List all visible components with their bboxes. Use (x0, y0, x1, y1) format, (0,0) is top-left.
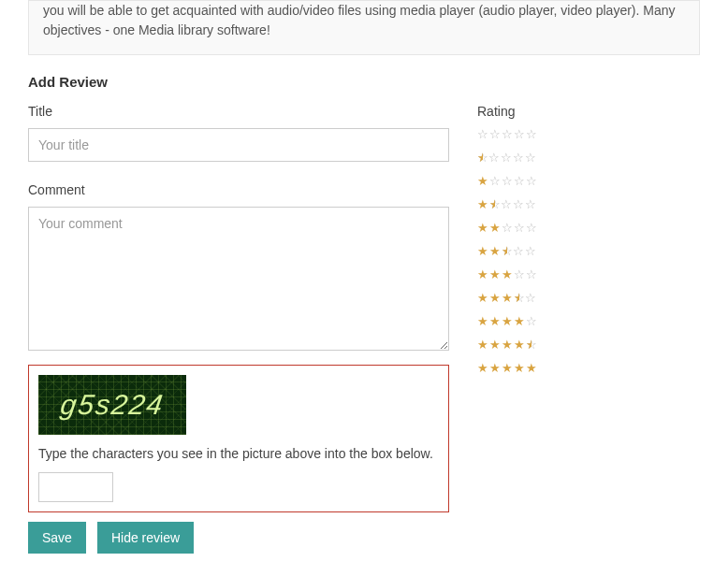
star-full-icon: ★ (489, 315, 501, 327)
rating-option-1[interactable]: ★☆☆☆☆ (477, 175, 700, 187)
star-full-icon: ★ (477, 315, 488, 327)
star-full-icon: ★ (502, 268, 513, 281)
comment-textarea[interactable] (28, 207, 449, 351)
star-empty-icon: ☆ (513, 245, 524, 257)
review-form: Title Comment g5s224 Type the characters… (28, 104, 700, 554)
save-button[interactable]: Save (28, 522, 86, 554)
star-full-icon: ★ (502, 292, 513, 304)
star-full-icon: ★ (489, 222, 501, 234)
star-empty-icon: ☆ (488, 151, 500, 164)
star-empty-icon: ☆ (502, 175, 513, 187)
comment-label: Comment (28, 182, 449, 197)
description-box: you will be able to get acquainted with … (28, 0, 700, 55)
hide-review-button[interactable]: Hide review (97, 522, 194, 554)
star-empty-icon: ☆ (514, 222, 525, 234)
captcha-image: g5s224 (38, 375, 186, 435)
review-left-column: Title Comment g5s224 Type the characters… (28, 104, 449, 554)
star-empty-icon: ☆ (489, 128, 501, 140)
star-full-icon: ★ (477, 175, 488, 187)
star-empty-icon: ☆ (525, 198, 536, 210)
star-empty-icon: ☆ (502, 128, 513, 140)
star-half-icon: ☆★ (489, 198, 500, 210)
page-wrapper: you will be able to get acquainted with … (0, 0, 728, 576)
star-full-icon: ★ (477, 362, 488, 374)
star-empty-icon: ☆ (513, 198, 524, 210)
captcha-box: g5s224 Type the characters you see in th… (28, 365, 449, 512)
star-full-icon: ★ (477, 268, 488, 281)
star-empty-icon: ☆ (477, 128, 488, 140)
captcha-instruction: Type the characters you see in the pictu… (38, 446, 439, 461)
star-empty-icon: ☆ (489, 175, 501, 187)
rating-label: Rating (477, 104, 700, 119)
star-full-icon: ★ (502, 315, 513, 327)
review-right-column: Rating ☆☆☆☆☆☆★☆☆☆☆★☆☆☆☆★☆★☆☆☆★★☆☆☆★★☆★☆☆… (477, 104, 700, 554)
star-full-icon: ★ (477, 245, 488, 257)
star-empty-icon: ☆ (514, 128, 525, 140)
star-empty-icon: ☆ (502, 222, 513, 234)
add-review-heading: Add Review (28, 74, 700, 90)
star-full-icon: ★ (502, 362, 513, 374)
star-half-icon: ☆★ (526, 338, 536, 351)
star-empty-icon: ☆ (525, 292, 536, 304)
star-empty-icon: ☆ (525, 151, 536, 164)
star-empty-icon: ☆ (514, 268, 525, 281)
star-empty-icon: ☆ (525, 245, 536, 257)
button-row: Save Hide review (28, 522, 449, 554)
star-full-icon: ★ (477, 222, 488, 234)
star-full-icon: ★ (489, 268, 501, 281)
captcha-text: g5s224 (58, 389, 166, 421)
star-full-icon: ★ (489, 292, 501, 304)
title-label: Title (28, 104, 449, 119)
rating-option-1.5[interactable]: ★☆★☆☆☆ (477, 198, 700, 210)
star-full-icon: ★ (477, 292, 488, 304)
star-full-icon: ★ (514, 338, 525, 351)
star-empty-icon: ☆ (513, 151, 524, 164)
rating-option-4[interactable]: ★★★★☆ (477, 315, 700, 327)
star-empty-icon: ☆ (526, 128, 537, 140)
star-full-icon: ★ (489, 245, 501, 257)
description-text: you will be able to get acquainted with … (43, 3, 676, 37)
star-empty-icon: ☆ (526, 268, 537, 281)
star-half-icon: ☆★ (477, 151, 488, 164)
rating-option-5[interactable]: ★★★★★ (477, 362, 700, 374)
rating-list: ☆☆☆☆☆☆★☆☆☆☆★☆☆☆☆★☆★☆☆☆★★☆☆☆★★☆★☆☆★★★☆☆★★… (477, 128, 700, 374)
rating-option-2[interactable]: ★★☆☆☆ (477, 222, 700, 234)
star-full-icon: ★ (502, 338, 513, 351)
rating-option-2.5[interactable]: ★★☆★☆☆ (477, 245, 700, 257)
star-full-icon: ★ (514, 315, 525, 327)
star-full-icon: ★ (514, 362, 525, 374)
star-half-icon: ☆★ (514, 292, 524, 304)
star-half-icon: ☆★ (502, 245, 512, 257)
star-empty-icon: ☆ (501, 198, 512, 210)
rating-option-0[interactable]: ☆☆☆☆☆ (477, 128, 700, 140)
star-empty-icon: ☆ (514, 175, 525, 187)
captcha-input[interactable] (38, 472, 113, 502)
star-full-icon: ★ (489, 362, 501, 374)
star-full-icon: ★ (477, 198, 488, 210)
rating-option-4.5[interactable]: ★★★★☆★ (477, 338, 700, 351)
star-full-icon: ★ (489, 338, 501, 351)
rating-option-0.5[interactable]: ☆★☆☆☆☆ (477, 151, 700, 164)
star-empty-icon: ☆ (526, 222, 537, 234)
star-empty-icon: ☆ (501, 151, 512, 164)
star-empty-icon: ☆ (526, 175, 537, 187)
rating-option-3.5[interactable]: ★★★☆★☆ (477, 292, 700, 304)
star-full-icon: ★ (526, 362, 537, 374)
rating-option-3[interactable]: ★★★☆☆ (477, 268, 700, 281)
title-input[interactable] (28, 128, 449, 162)
star-full-icon: ★ (477, 338, 488, 351)
star-empty-icon: ☆ (526, 315, 537, 327)
